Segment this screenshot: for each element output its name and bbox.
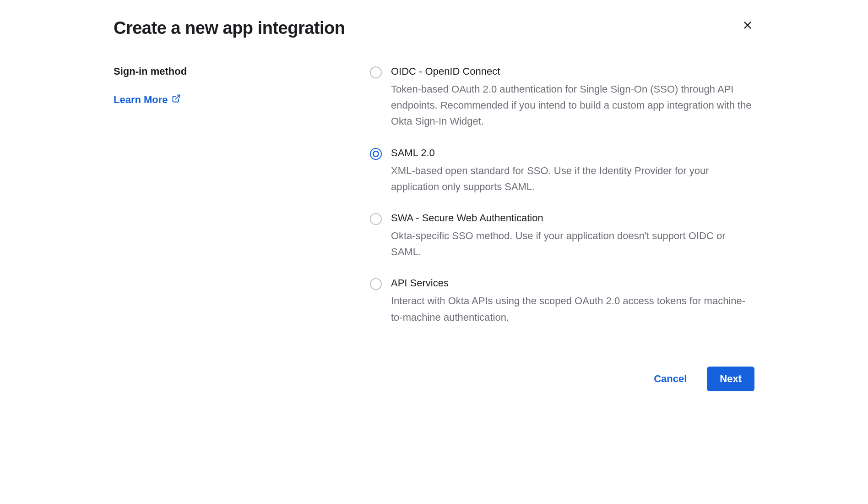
radio-indicator [370,66,382,78]
signin-method-radio-group: OIDC - OpenID Connect Token-based OAuth … [370,66,754,325]
radio-option-api-services[interactable]: API Services Interact with Okta APIs usi… [370,277,754,325]
learn-more-label: Learn More [114,94,168,106]
radio-option-saml[interactable]: SAML 2.0 XML-based open standard for SSO… [370,147,754,195]
radio-title: SWA - Secure Web Authentication [391,212,754,224]
radio-text: OIDC - OpenID Connect Token-based OAuth … [391,66,754,130]
learn-more-link[interactable]: Learn More [114,94,181,106]
radio-text: SAML 2.0 XML-based open standard for SSO… [391,147,754,195]
next-button[interactable]: Next [707,367,754,391]
create-app-integration-dialog: Create a new app integration Sign-in met… [114,18,754,391]
cancel-button[interactable]: Cancel [650,367,690,390]
close-icon [743,25,753,32]
radio-text: API Services Interact with Okta APIs usi… [391,277,754,325]
radio-description: Interact with Okta APIs using the scoped… [391,293,754,325]
dialog-content: Sign-in method Learn More OIDC - Open [114,66,754,325]
external-link-icon [172,94,181,106]
radio-text: SWA - Secure Web Authentication Okta-spe… [391,212,754,260]
radio-description: Token-based OAuth 2.0 authentication for… [391,81,754,130]
radio-title: API Services [391,277,754,289]
radio-description: XML-based open standard for SSO. Use if … [391,163,754,195]
dialog-title: Create a new app integration [114,18,754,38]
right-column: OIDC - OpenID Connect Token-based OAuth … [370,66,754,325]
radio-inner-dot [373,151,379,157]
radio-option-oidc[interactable]: OIDC - OpenID Connect Token-based OAuth … [370,66,754,130]
svg-line-2 [175,95,179,99]
close-button[interactable] [741,18,754,33]
radio-title: OIDC - OpenID Connect [391,66,754,77]
radio-indicator [370,213,382,225]
radio-option-swa[interactable]: SWA - Secure Web Authentication Okta-spe… [370,212,754,260]
left-column: Sign-in method Learn More [114,66,370,325]
radio-title: SAML 2.0 [391,147,754,159]
radio-description: Okta-specific SSO method. Use if your ap… [391,228,754,260]
radio-indicator [370,278,382,290]
section-label: Sign-in method [114,66,352,77]
radio-indicator [370,148,382,160]
dialog-footer: Cancel Next [114,367,754,391]
